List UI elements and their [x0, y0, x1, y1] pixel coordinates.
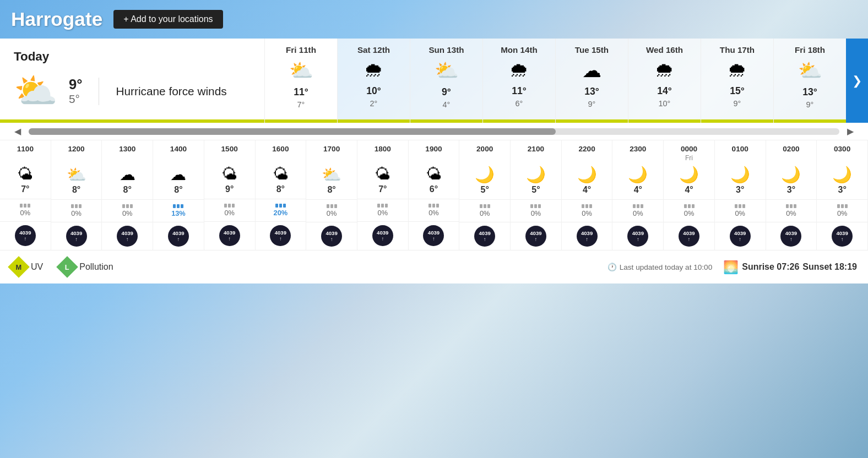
badge-8: 4039↑ — [423, 225, 444, 246]
badge-text-0: 4039↑ — [19, 230, 31, 242]
hour-badge-4: 4039↑ — [204, 221, 255, 249]
main-forecast-area: Today ⛅ 9° 5° Hurricane force winds Fri … — [0, 39, 868, 123]
hour-label-9: 2000 — [474, 140, 495, 154]
hour-label-1: 1200 — [66, 140, 86, 154]
forecast-day-1[interactable]: Sat 12th 🌧 10° 2° — [337, 39, 410, 123]
precip-dots-15 — [786, 204, 796, 208]
precip-pct-2: 0% — [122, 209, 133, 217]
hour-precip-0: 0% — [0, 199, 51, 221]
precip-pct-16: 0% — [837, 209, 848, 217]
today-high-temp: 9° — [69, 77, 82, 92]
hour-icon-2: ☁ — [120, 162, 135, 185]
badge-text-5: 4039↑ — [275, 230, 286, 242]
hour-temp-8: 6° — [430, 184, 438, 199]
precip-dot-16-1 — [837, 204, 840, 208]
hour-badge-16: 4039↑ — [817, 222, 867, 250]
scroll-left-arrow[interactable]: ◀ — [11, 125, 24, 138]
uv-label: M — [16, 263, 22, 271]
clock-icon: 🕐 — [607, 263, 617, 271]
today-card: Today ⛅ 9° 5° Hurricane force winds — [0, 39, 264, 123]
hour-badge-3: 4039↑ — [153, 222, 204, 250]
precip-dot-13-3 — [692, 204, 695, 208]
precip-dots-6 — [327, 204, 337, 208]
precip-dot-1-3 — [79, 204, 82, 208]
forecast-next-arrow[interactable]: ❯ — [846, 39, 868, 123]
hour-precip-7: 0% — [357, 199, 408, 221]
forecast-day-6[interactable]: Thu 17th 🌧 15° 9° — [701, 39, 773, 123]
precip-dot-10-2 — [534, 204, 537, 208]
precip-dot-12-1 — [633, 204, 636, 208]
hour-label-0: 1100 — [15, 140, 36, 154]
hour-badge-11: 4039↑ — [562, 222, 612, 250]
hour-label-3: 1400 — [168, 140, 189, 154]
badge-12: 4039↑ — [627, 226, 648, 247]
hour-temp-14: 3° — [736, 185, 744, 199]
forecast-high-7: 13° — [802, 86, 817, 98]
precip-dot-2-1 — [122, 204, 125, 208]
precip-dots-12 — [633, 204, 643, 208]
precip-pct-4: 0% — [224, 209, 235, 217]
badge-7: 4039↑ — [372, 225, 393, 246]
precip-dot-10-3 — [538, 204, 541, 208]
precip-dot-3-2 — [177, 204, 180, 208]
badge-text-8: 4039↑ — [428, 230, 440, 242]
hour-label-2: 1300 — [117, 140, 138, 154]
hour-badge-2: 4039↑ — [102, 222, 153, 250]
precip-dot-2-2 — [126, 204, 129, 208]
precip-dot-15-3 — [794, 204, 796, 208]
hour-col-4: 1500 🌤 9° 0% 4039↑ — [204, 140, 256, 250]
forecast-day-5[interactable]: Wed 16th 🌧 14° 10° — [628, 39, 701, 123]
hour-icon-8: 🌤 — [426, 162, 442, 184]
hour-icon-5: 🌤 — [273, 162, 289, 184]
precip-dots-8 — [428, 204, 439, 208]
today-weather-icon: ⛅ — [14, 70, 58, 112]
hour-icon-11: 🌙 — [577, 162, 597, 185]
forecast-low-5: 10° — [659, 99, 671, 108]
forecast-date-2: Sun 13th — [428, 45, 464, 54]
precip-pct-12: 0% — [633, 209, 643, 217]
badge-text-11: 4039↑ — [581, 230, 593, 243]
hour-temp-16: 3° — [838, 185, 846, 199]
forecast-date-5: Wed 16th — [646, 45, 683, 54]
hour-temp-1: 8° — [72, 185, 80, 199]
add-location-button[interactable]: + Add to your locations — [113, 10, 223, 29]
precip-pct-15: 0% — [786, 209, 796, 217]
precip-dot-1-2 — [75, 204, 78, 208]
scroll-track[interactable] — [29, 128, 839, 135]
today-label: Today — [14, 50, 251, 64]
forecast-day-3[interactable]: Mon 14th 🌧 11° 6° — [482, 39, 555, 123]
hour-col-8: 1900 🌤 6° 0% 4039↑ — [409, 140, 460, 250]
today-divider — [99, 78, 99, 105]
hour-label-11: 2200 — [576, 140, 597, 154]
hour-col-15: 0200 🌙 3° 0% 4039↑ — [766, 140, 817, 250]
precip-pct-10: 0% — [531, 209, 541, 217]
hour-precip-4: 0% — [204, 199, 255, 221]
forecast-date-4: Tue 15th — [575, 45, 609, 54]
precip-dots-5 — [275, 204, 286, 208]
hour-label-7: 1800 — [372, 140, 393, 154]
precip-dots-1 — [71, 204, 82, 208]
precip-dots-3 — [173, 204, 183, 208]
forecast-day-7[interactable]: Fri 18th ⛅ 13° 9° — [773, 39, 846, 123]
forecast-icon-0: ⛅ — [289, 59, 313, 82]
precip-dot-6-2 — [330, 204, 333, 208]
hour-icon-7: 🌤 — [375, 162, 390, 184]
hour-precip-1: 0% — [51, 199, 102, 222]
precip-dot-3-1 — [173, 204, 176, 208]
badge-10: 4039↑ — [525, 226, 546, 247]
precip-dot-7-3 — [385, 204, 388, 208]
forecast-day-4[interactable]: Tue 15th ☁ 13° 9° — [555, 39, 628, 123]
scroll-right-arrow[interactable]: ▶ — [844, 125, 857, 138]
hour-badge-5: 4039↑ — [256, 221, 306, 249]
precip-dot-6-3 — [334, 204, 337, 208]
hour-icon-16: 🌙 — [832, 162, 852, 185]
sunrise-icon: 🌅 — [723, 260, 739, 275]
page-header: Harrogate + Add to your locations — [0, 0, 868, 39]
precip-dots-9 — [480, 204, 490, 208]
precip-pct-3: 13% — [171, 209, 186, 217]
hour-temp-12: 4° — [634, 185, 642, 199]
forecast-day-0[interactable]: Fri 11th ⛅ 11° 7° — [264, 39, 337, 123]
precip-dot-13-2 — [688, 204, 691, 208]
badge-text-14: 4039↑ — [734, 230, 746, 243]
forecast-day-2[interactable]: Sun 13th ⛅ 9° 4° — [410, 39, 482, 123]
